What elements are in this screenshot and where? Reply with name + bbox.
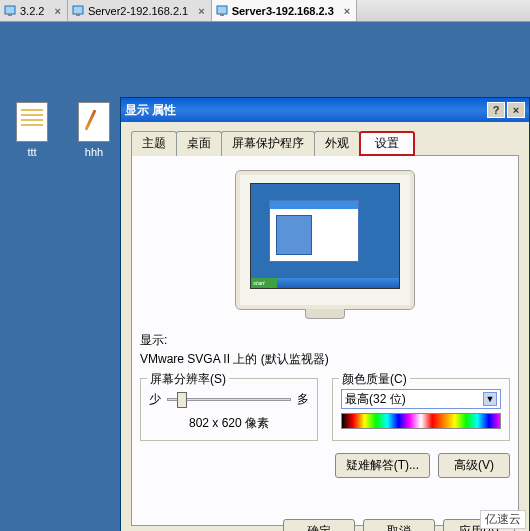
display-desc: VMware SVGA II 上的 (默认监视器) <box>140 351 510 368</box>
connection-tab-1[interactable]: Server2-192.168.2.1 × <box>68 0 212 21</box>
icon-label: ttt <box>8 146 56 158</box>
close-icon[interactable]: × <box>344 5 350 17</box>
cancel-button[interactable]: 取消 <box>363 519 435 531</box>
dialog-title: 显示 属性 <box>125 102 176 119</box>
dialog-tabs: 主题 桌面 屏幕保护程序 外观 设置 <box>131 130 519 156</box>
tab-desktop[interactable]: 桌面 <box>176 131 222 156</box>
tab-label: 3.2.2 <box>20 5 44 17</box>
tab-appearance[interactable]: 外观 <box>314 131 360 156</box>
monitor-icon <box>216 5 228 17</box>
tab-settings[interactable]: 设置 <box>359 131 415 156</box>
svg-rect-4 <box>217 6 227 14</box>
svg-rect-3 <box>76 14 80 16</box>
advanced-button[interactable]: 高级(V) <box>438 453 510 478</box>
display-label: 显示: <box>140 332 510 349</box>
close-icon[interactable]: × <box>198 5 204 17</box>
help-button[interactable]: ? <box>487 102 505 118</box>
desktop-icon-ttt[interactable]: ttt <box>8 102 56 158</box>
dialog-body: 主题 桌面 屏幕保护程序 外观 设置 start 显示: V <box>121 122 529 531</box>
display-properties-dialog: 显示 属性 ? × 主题 桌面 屏幕保护程序 外观 设置 start <box>120 97 530 531</box>
color-legend: 颜色质量(C) <box>339 371 410 388</box>
connection-tabs-bar: 3.2.2 × Server2-192.168.2.1 × Server3-19… <box>0 0 530 22</box>
slider-min: 少 <box>149 391 161 408</box>
settings-panel: start 显示: VMware SVGA II 上的 (默认监视器) 屏幕分辨… <box>131 156 519 526</box>
brush-file-icon <box>78 102 110 142</box>
chevron-down-icon: ▼ <box>483 392 497 406</box>
resolution-slider[interactable] <box>167 389 291 409</box>
tab-label: Server2-192.168.2.1 <box>88 5 188 17</box>
watermark: 亿速云 <box>480 510 526 529</box>
close-button[interactable]: × <box>507 102 525 118</box>
resolution-fieldset: 屏幕分辨率(S) 少 多 802 x 620 像素 <box>140 378 318 441</box>
desktop[interactable]: ttt hhh 显示 属性 ? × 主题 桌面 屏幕保护程序 外观 设置 <box>0 22 530 531</box>
monitor-icon <box>72 5 84 17</box>
svg-rect-1 <box>8 14 12 16</box>
svg-rect-2 <box>73 6 83 14</box>
slider-max: 多 <box>297 391 309 408</box>
tab-label: Server3-192.168.2.3 <box>232 5 334 17</box>
icon-label: hhh <box>70 146 118 158</box>
color-quality-fieldset: 颜色质量(C) 最高(32 位) ▼ <box>332 378 510 441</box>
tab-screensaver[interactable]: 屏幕保护程序 <box>221 131 315 156</box>
color-quality-select[interactable]: 最高(32 位) ▼ <box>341 389 501 409</box>
desktop-icon-hhh[interactable]: hhh <box>70 102 118 158</box>
close-icon[interactable]: × <box>54 5 60 17</box>
monitor-preview: start <box>235 170 415 310</box>
troubleshoot-button[interactable]: 疑难解答(T)... <box>335 453 430 478</box>
ok-button[interactable]: 确定 <box>283 519 355 531</box>
monitor-icon <box>4 5 16 17</box>
resolution-legend: 屏幕分辨率(S) <box>147 371 229 388</box>
connection-tab-0[interactable]: 3.2.2 × <box>0 0 68 21</box>
color-selected: 最高(32 位) <box>345 391 406 408</box>
connection-tab-2[interactable]: Server3-192.168.2.3 × <box>212 0 358 21</box>
color-spectrum <box>341 413 501 429</box>
resolution-value: 802 x 620 像素 <box>149 415 309 432</box>
tab-theme[interactable]: 主题 <box>131 131 177 156</box>
titlebar[interactable]: 显示 属性 ? × <box>121 98 529 122</box>
start-label: start <box>251 278 277 288</box>
notepad-file-icon <box>16 102 48 142</box>
svg-rect-5 <box>220 14 224 16</box>
svg-rect-0 <box>5 6 15 14</box>
